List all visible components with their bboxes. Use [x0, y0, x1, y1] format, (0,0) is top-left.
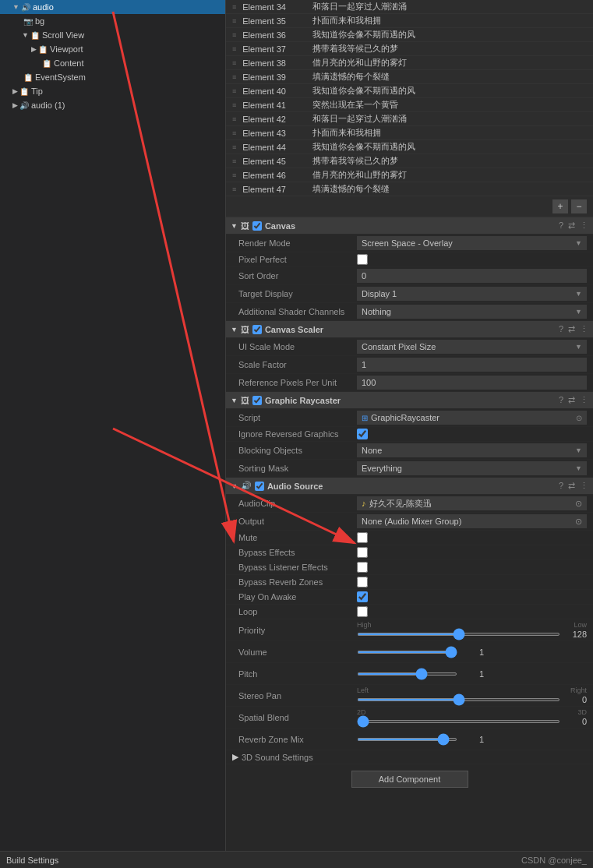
- stereo-pan-slider[interactable]: [357, 698, 560, 701]
- scale-factor-input[interactable]: [357, 358, 587, 372]
- settings-icon[interactable]: ⇄: [568, 481, 575, 491]
- chevron-down-icon: ▼: [575, 446, 582, 454]
- settings-icon[interactable]: ⇄: [568, 395, 575, 405]
- graphic-raycaster-enabled-checkbox[interactable]: [252, 396, 262, 405]
- hierarchy-item-tip[interactable]: ▶ 📋 Tip: [0, 84, 225, 98]
- script-row: Script ⊞ GraphicRaycaster ⊙: [226, 409, 593, 427]
- table-row: ≡ Element 43 扑面而来和我相拥: [226, 126, 593, 140]
- add-element-button[interactable]: +: [552, 199, 568, 213]
- priority-value: High Low 128: [357, 621, 587, 639]
- bypass-effects-checkbox[interactable]: [357, 547, 368, 558]
- reference-pixels-input[interactable]: [357, 376, 587, 390]
- ui-icon: 📋: [30, 31, 40, 40]
- settings-icon[interactable]: ⇄: [568, 324, 575, 334]
- menu-icon[interactable]: ⋮: [580, 221, 588, 231]
- element-name: Element 36: [242, 30, 305, 40]
- volume-slider[interactable]: [357, 651, 457, 654]
- mute-checkbox[interactable]: [357, 532, 368, 543]
- hierarchy-item-scroll-view[interactable]: ▼ 📋 Scroll View: [0, 28, 225, 42]
- collapse-icon: ▼: [231, 397, 238, 404]
- ui-icon: 📋: [19, 87, 29, 96]
- script-value: ⊞ GraphicRaycaster ⊙: [357, 411, 587, 425]
- shader-channels-value[interactable]: Nothing ▼: [357, 305, 587, 319]
- reference-pixels-value[interactable]: [357, 376, 587, 390]
- reverb-zone-slider[interactable]: [357, 738, 457, 741]
- ignore-reversed-value: [357, 429, 587, 439]
- priority-row: Priority High Low 128: [226, 619, 593, 641]
- audio-icon: 🔊: [19, 101, 29, 110]
- sound-settings-label: 3D Sound Settings: [242, 753, 366, 762]
- spatial-blend-slider[interactable]: [357, 720, 560, 723]
- output-row: Output None (Audio Mixer Group) ⊙: [226, 513, 593, 531]
- audio-source-enabled-checkbox[interactable]: [255, 482, 264, 491]
- canvas-scaler-enabled-checkbox[interactable]: [252, 325, 262, 334]
- stereo-right-label: Right: [570, 686, 587, 694]
- canvas-enabled-checkbox[interactable]: [252, 221, 262, 231]
- bypass-listener-checkbox[interactable]: [357, 562, 368, 573]
- table-row: ≡ Element 39 填满遗憾的每个裂缝: [226, 70, 593, 84]
- element-name: Element 41: [242, 101, 305, 110]
- chevron-down-icon: ▼: [575, 239, 582, 247]
- help-icon[interactable]: ?: [559, 481, 563, 491]
- remove-element-button[interactable]: −: [571, 199, 587, 213]
- camera-icon: 📷: [23, 17, 33, 26]
- help-icon[interactable]: ?: [559, 395, 563, 405]
- canvas-scaler-component-header[interactable]: ▼ 🖼 Canvas Scaler ? ⇄ ⋮: [226, 321, 593, 338]
- table-row: ≡ Element 47 填满遗憾的每个裂缝: [226, 182, 593, 196]
- menu-icon[interactable]: ⋮: [580, 324, 588, 334]
- loop-label: Loop: [232, 607, 357, 616]
- bypass-reverb-checkbox[interactable]: [357, 577, 368, 587]
- play-on-awake-checkbox[interactable]: [357, 591, 368, 602]
- shader-channels-label: Additional Shader Channels: [232, 307, 357, 316]
- render-mode-value[interactable]: Screen Space - Overlay ▼: [357, 236, 587, 250]
- add-component-button[interactable]: Add Component: [351, 771, 468, 788]
- drag-handle-icon: ≡: [232, 73, 236, 81]
- blocking-objects-dropdown[interactable]: None ▼: [357, 443, 587, 457]
- hierarchy-item-viewport[interactable]: ▶ 📋 Viewport: [0, 42, 225, 56]
- ui-scale-value[interactable]: Constant Pixel Size ▼: [357, 340, 587, 354]
- graphic-raycaster-component-header[interactable]: ▼ 🖼 Graphic Raycaster ? ⇄ ⋮: [226, 392, 593, 409]
- sorting-mask-row: Sorting Mask Everything ▼: [226, 460, 593, 478]
- blocking-objects-value[interactable]: None ▼: [357, 443, 587, 457]
- render-mode-dropdown[interactable]: Screen Space - Overlay ▼: [357, 236, 587, 250]
- help-icon[interactable]: ?: [559, 324, 563, 334]
- target-display-dropdown[interactable]: Display 1 ▼: [357, 287, 587, 301]
- shader-channels-dropdown[interactable]: Nothing ▼: [357, 305, 587, 319]
- help-icon[interactable]: ?: [559, 221, 563, 231]
- hierarchy-item-content[interactable]: 📋 Content: [0, 56, 225, 70]
- element-name: Element 40: [242, 86, 305, 96]
- collapse-icon: ▼: [231, 222, 238, 230]
- graphic-raycaster-icon: 🖼: [241, 396, 249, 405]
- ui-scale-dropdown[interactable]: Constant Pixel Size ▼: [357, 340, 587, 354]
- hierarchy-item-audio-1[interactable]: ▶ 🔊 audio (1): [0, 98, 225, 112]
- build-settings-label[interactable]: Build Settings: [6, 856, 58, 865]
- hierarchy-item-eventsystem[interactable]: 📋 EventSystem: [0, 70, 225, 84]
- arrow-icon: ▼: [12, 3, 19, 11]
- menu-icon[interactable]: ⋮: [580, 481, 588, 491]
- sort-order-input[interactable]: [357, 269, 587, 283]
- settings-icon[interactable]: ⇄: [568, 221, 575, 231]
- canvas-title: Canvas: [265, 221, 559, 231]
- pixel-perfect-checkbox[interactable]: [357, 254, 368, 265]
- loop-checkbox[interactable]: [357, 606, 368, 617]
- blocking-objects-row: Blocking Objects None ▼: [226, 442, 593, 460]
- priority-slider[interactable]: [357, 633, 560, 636]
- sorting-mask-dropdown[interactable]: Everything ▼: [357, 461, 587, 475]
- loop-value: [357, 606, 587, 617]
- menu-icon[interactable]: ⋮: [580, 395, 588, 405]
- element-value: 我知道你会像不期而遇的风: [312, 141, 415, 153]
- volume-value: 1: [357, 647, 587, 657]
- reference-pixels-label: Reference Pixels Per Unit: [232, 378, 357, 387]
- scale-factor-value[interactable]: [357, 358, 587, 372]
- target-display-value[interactable]: Display 1 ▼: [357, 287, 587, 301]
- sorting-mask-value[interactable]: Everything ▼: [357, 461, 587, 475]
- hierarchy-item-audio[interactable]: ▼ 🔊 audio: [0, 0, 225, 14]
- table-row: ≡ Element 46 借月亮的光和山野的雾灯: [226, 168, 593, 182]
- hierarchy-item-bg[interactable]: 📷 bg: [0, 14, 225, 28]
- reference-pixels-row: Reference Pixels Per Unit: [226, 374, 593, 392]
- ignore-reversed-checkbox[interactable]: [357, 429, 368, 439]
- canvas-component-header[interactable]: ▼ 🖼 Canvas ? ⇄ ⋮: [226, 217, 593, 235]
- pitch-slider[interactable]: [357, 672, 457, 676]
- sort-order-value[interactable]: [357, 269, 587, 283]
- audio-source-component-header[interactable]: ▼ 🔊 Audio Source ? ⇄ ⋮: [226, 478, 593, 495]
